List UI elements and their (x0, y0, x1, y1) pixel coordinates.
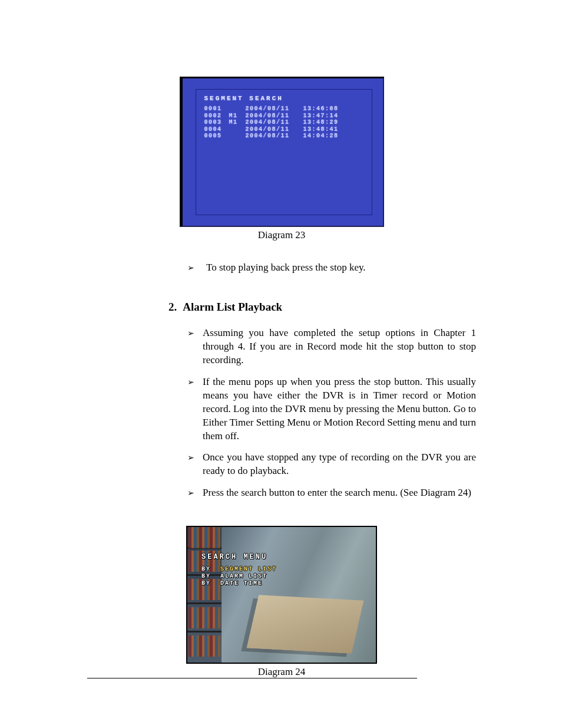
segment-time: 13:48:41 (303, 126, 339, 133)
bullet-item: ➢Press the search button to enter the se… (187, 486, 476, 500)
bullet-arrow-icon: ➢ (187, 327, 203, 340)
search-menu-osd: SEARCH MENU BY SEGMENT LISTBY ALARM LIST… (201, 553, 277, 587)
section-number: 2. (168, 301, 177, 314)
segment-time: 13:48:29 (303, 119, 339, 126)
segment-row: 00012004/08/1113:46:08 (204, 106, 363, 113)
segment-date: 2004/08/11 (246, 113, 299, 120)
segment-row: 00042004/08/1113:48:41 (204, 126, 363, 133)
segment-date: 2004/08/11 (246, 126, 299, 133)
segment-index: 0003 (204, 119, 224, 126)
search-menu-by: BY (201, 580, 220, 587)
segment-mark: M1 (229, 113, 241, 120)
search-menu-item: BY ALARM LIST (201, 573, 277, 580)
segment-row: 0003M12004/08/1113:48:29 (204, 119, 363, 126)
segment-search-screen: SEGMENT SEARCH 00012004/08/1113:46:08000… (180, 77, 384, 227)
segment-time: 13:46:08 (303, 106, 339, 113)
diagram-24-caption: Diagram 24 (258, 666, 306, 678)
search-menu-title: SEARCH MENU (201, 553, 277, 561)
segment-mark (229, 126, 241, 133)
segment-mark (229, 133, 241, 140)
segment-mark: M1 (229, 119, 241, 126)
bullet-text: If the menu pops up when you press the s… (203, 375, 476, 443)
bullet-arrow-icon: ➢ (187, 261, 203, 274)
search-menu-item: BY DATE TIME (201, 580, 277, 587)
section-title: Alarm List Playback (183, 301, 282, 314)
segment-index: 0002 (204, 113, 224, 120)
alarm-list-bullets: ➢Assuming you have completed the setup o… (187, 327, 476, 500)
search-menu-label: DATE TIME (220, 580, 263, 587)
segment-date: 2004/08/11 (246, 119, 299, 126)
bullet-arrow-icon: ➢ (187, 451, 203, 464)
search-menu-item: BY SEGMENT LIST (201, 566, 277, 573)
diagram-23-caption: Diagram 23 (258, 229, 306, 241)
search-menu-label: SEGMENT LIST (220, 566, 277, 572)
section-heading-alarm-list-playback: 2. Alarm List Playback (168, 301, 488, 314)
page-footer-rule (87, 678, 417, 678)
bullet-item: ➢Assuming you have completed the setup o… (187, 327, 476, 367)
segment-index: 0004 (204, 126, 224, 133)
bullet-text: Once you have stopped any type of record… (203, 451, 476, 478)
diagram-24: SEARCH MENU BY SEGMENT LISTBY ALARM LIST… (75, 526, 488, 678)
bullet-arrow-icon: ➢ (187, 486, 203, 499)
segment-row: 00052004/08/1114:04:28 (204, 133, 363, 140)
segment-date: 2004/08/11 (246, 133, 299, 140)
bullet-item: ➢If the menu pops up when you press the … (187, 375, 476, 443)
diagram-23: SEGMENT SEARCH 00012004/08/1113:46:08000… (75, 77, 488, 241)
segment-time: 13:47:14 (303, 113, 339, 120)
bullet-stop-playback: ➢ To stop playing back press the stop ke… (187, 261, 476, 275)
segment-search-title: SEGMENT SEARCH (204, 95, 363, 102)
segment-time: 14:04:28 (303, 133, 339, 140)
search-menu-screen: SEARCH MENU BY SEGMENT LISTBY ALARM LIST… (186, 526, 377, 664)
bullet-text: Press the search button to enter the sea… (203, 486, 476, 500)
search-menu-by: BY (201, 573, 220, 579)
search-menu-by: BY (201, 566, 220, 572)
segment-index: 0001 (204, 106, 224, 113)
search-menu-label: ALARM LIST (220, 573, 267, 579)
segment-mark (229, 106, 241, 113)
segment-index: 0005 (204, 133, 224, 140)
bullet-text: Assuming you have completed the setup op… (203, 327, 476, 367)
segment-row: 0002M12004/08/1113:47:14 (204, 113, 363, 120)
segment-date: 2004/08/11 (246, 106, 299, 113)
bullet-arrow-icon: ➢ (187, 375, 203, 388)
bullet-item: ➢Once you have stopped any type of recor… (187, 451, 476, 478)
segment-search-rows: 00012004/08/1113:46:080002M12004/08/1113… (204, 106, 363, 140)
bullet-text: To stop playing back press the stop key. (203, 261, 476, 275)
